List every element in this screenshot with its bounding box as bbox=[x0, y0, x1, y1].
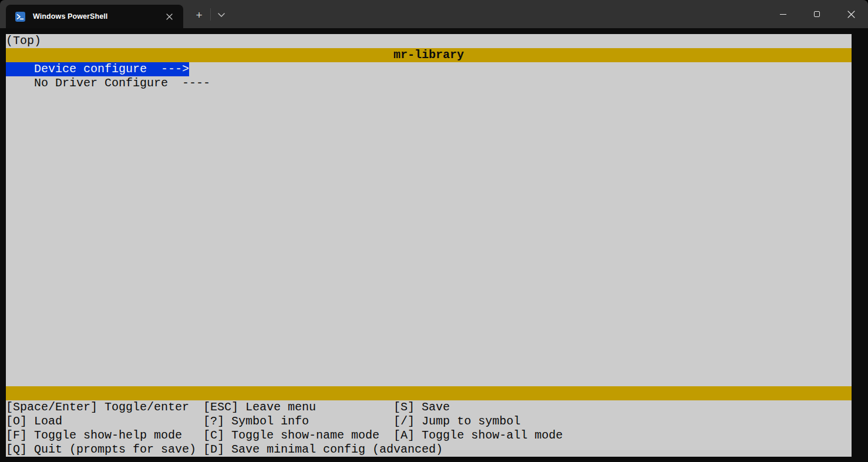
help-line: [O] Load [?] Symbol info [/] Jump to sym… bbox=[6, 414, 852, 429]
maximize-button[interactable] bbox=[800, 0, 834, 28]
terminal-viewport[interactable]: (Top) mr-library Device configure ---> N… bbox=[0, 28, 868, 462]
new-tab-button[interactable]: + bbox=[190, 7, 208, 22]
tab-windows-powershell[interactable]: Windows PowerShell bbox=[6, 5, 183, 28]
empty-menu-area bbox=[6, 90, 852, 386]
maximize-icon bbox=[814, 11, 820, 17]
footer-separator-bar bbox=[6, 386, 852, 400]
close-icon bbox=[847, 11, 855, 18]
selected-menu-item-text: Device configure ---> bbox=[6, 62, 189, 76]
menu-item-no-driver-configure[interactable]: No Driver Configure ---- bbox=[6, 76, 852, 90]
tab-dropdown-button[interactable] bbox=[213, 7, 230, 22]
minimize-icon bbox=[780, 14, 786, 15]
powershell-icon bbox=[15, 12, 25, 22]
chevron-down-icon bbox=[218, 13, 225, 17]
tab-bar-divider bbox=[210, 8, 211, 21]
menuconfig-screen: (Top) mr-library Device configure ---> N… bbox=[6, 34, 852, 457]
tab-close-icon[interactable] bbox=[162, 9, 176, 23]
minimize-button[interactable] bbox=[766, 0, 800, 28]
terminal-window: Windows PowerShell + bbox=[0, 0, 868, 462]
window-controls bbox=[766, 0, 868, 28]
breadcrumb: (Top) bbox=[6, 34, 852, 48]
menu-item-text: No Driver Configure ---- bbox=[6, 76, 210, 90]
menu-title-bar: mr-library bbox=[6, 48, 852, 62]
tab-title: Windows PowerShell bbox=[33, 12, 107, 21]
help-line: [F] Toggle show-help mode [C] Toggle sho… bbox=[6, 429, 852, 443]
titlebar: Windows PowerShell + bbox=[0, 0, 868, 28]
close-button[interactable] bbox=[834, 0, 868, 28]
help-line: [Space/Enter] Toggle/enter [ESC] Leave m… bbox=[6, 400, 852, 414]
menu-item-device-configure[interactable]: Device configure ---> bbox=[6, 62, 852, 76]
help-line: [Q] Quit (prompts for save) [D] Save min… bbox=[6, 443, 852, 457]
